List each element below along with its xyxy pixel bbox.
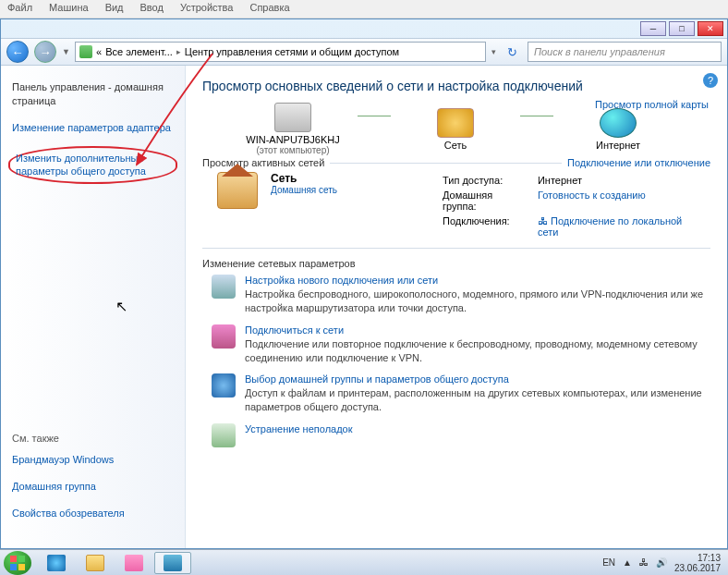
task-description: Подключение или повторное подключение к …: [245, 337, 710, 365]
node-network[interactable]: Сеть: [391, 108, 520, 151]
back-button[interactable]: ←: [6, 41, 29, 63]
vm-menu-item[interactable]: Ввод: [140, 2, 164, 16]
view-full-map-link[interactable]: Просмотр полной карты: [595, 99, 709, 110]
task-description: Доступ к файлам и принтерам, расположенн…: [245, 386, 710, 414]
task-homegroup-sharing[interactable]: Выбор домашней группы и параметров общег…: [212, 373, 710, 414]
vm-host-menu: Файл Машина Вид Ввод Устройства Справка: [0, 0, 728, 18]
minimize-button[interactable]: ─: [640, 21, 666, 36]
vm-menu-item[interactable]: Файл: [7, 2, 32, 16]
node-label: Интернет: [596, 140, 640, 151]
control-panel-window: ─ □ ✕ ← → ▼ « Все элемент... ▸ Центр упр…: [0, 18, 728, 549]
system-tray: EN ▲ 🖧 🔊 17:13 23.06.2017: [602, 553, 724, 573]
network-tasks: Изменение сетевых параметров Настройка н…: [202, 258, 710, 447]
vm-menu-item[interactable]: Справка: [249, 2, 289, 16]
new-connection-icon: [212, 275, 236, 299]
troubleshoot-icon: [212, 423, 236, 447]
chevron-right-icon: ▸: [176, 47, 181, 56]
task-troubleshoot[interactable]: Устранение неполадок: [212, 423, 710, 447]
task-link[interactable]: Подключиться к сети: [245, 324, 710, 336]
sidebar-advanced-sharing[interactable]: Изменить дополнительные параметры общего…: [16, 152, 170, 179]
node-this-pc[interactable]: WIN-ANPU7BJ6KHJ (этот компьютер): [228, 103, 358, 155]
computer-icon: [274, 103, 311, 132]
prop-key: Тип доступа:: [443, 174, 536, 187]
content-area: Панель управления - домашняя страница Из…: [1, 66, 727, 548]
task-link[interactable]: Устранение неполадок: [245, 423, 710, 434]
forward-button[interactable]: →: [34, 41, 56, 63]
breadcrumb-part[interactable]: Центр управления сетями и общим доступом: [185, 46, 399, 57]
connection-line: [358, 116, 391, 116]
active-network-block: Сеть Домашняя сеть Тип доступа: Интернет…: [217, 172, 710, 240]
taskbar-control-panel[interactable]: [154, 552, 191, 574]
node-internet[interactable]: Интернет: [553, 108, 683, 151]
sidebar-homegroup[interactable]: Домашняя группа: [12, 480, 174, 494]
task-description: Настройка беспроводного, широкополосного…: [245, 288, 710, 315]
sidebar-firewall[interactable]: Брандмауэр Windows: [12, 453, 174, 467]
node-label: Сеть: [444, 140, 467, 151]
lan-connection-link[interactable]: 🖧 Подключение по локальной сети: [538, 214, 709, 239]
section-label: Просмотр активных сетей: [202, 157, 324, 168]
taskbar: EN ▲ 🖧 🔊 17:13 23.06.2017: [0, 549, 728, 575]
vm-menu-item[interactable]: Устройства: [180, 2, 234, 16]
task-link[interactable]: Выбор домашней группы и параметров общег…: [245, 373, 710, 385]
start-button[interactable]: [4, 551, 31, 575]
breadcrumb-part[interactable]: Все элемент...: [105, 46, 173, 57]
taskbar-explorer[interactable]: [77, 552, 114, 574]
breadcrumb-dropdown[interactable]: ▾: [491, 47, 496, 56]
refresh-button[interactable]: ↻: [502, 42, 522, 62]
mouse-cursor: ↖: [115, 298, 127, 315]
main-panel: ? Просмотр основных сведений о сети и на…: [186, 66, 727, 548]
tray-flag-icon[interactable]: ▲: [623, 557, 632, 568]
network-name: Сеть: [271, 172, 297, 185]
tray-language[interactable]: EN: [602, 557, 615, 568]
breadcrumb-prefix: «: [96, 46, 102, 57]
network-type-link[interactable]: Домашняя сеть: [271, 185, 428, 195]
network-map: WIN-ANPU7BJ6KHJ (этот компьютер) Сеть Ин…: [228, 103, 710, 155]
section-label: Изменение сетевых параметров: [202, 258, 710, 269]
taskbar-ie[interactable]: [38, 552, 75, 574]
sidebar: Панель управления - домашняя страница Из…: [1, 66, 186, 548]
search-input[interactable]: Поиск в панели управления: [528, 42, 722, 62]
vm-menu-item[interactable]: Вид: [105, 2, 124, 16]
globe-icon: [600, 108, 637, 138]
tray-volume-icon[interactable]: 🔊: [656, 557, 667, 568]
connection-line: [520, 116, 553, 116]
node-label: WIN-ANPU7BJ6KHJ: [246, 134, 339, 145]
network-icon: [437, 108, 474, 138]
close-button[interactable]: ✕: [698, 21, 723, 36]
prop-key: Подключения:: [443, 214, 536, 239]
tray-network-icon[interactable]: 🖧: [639, 557, 649, 568]
taskbar-mediaplayer[interactable]: [115, 552, 152, 574]
maximize-button[interactable]: □: [669, 21, 695, 36]
homegroup-icon: [212, 373, 236, 398]
tray-clock[interactable]: 17:13 23.06.2017: [674, 553, 724, 573]
task-new-connection[interactable]: Настройка нового подключения или сети На…: [212, 275, 710, 315]
annotation-circle: Изменить дополнительные параметры общего…: [8, 146, 177, 185]
sidebar-adapter-settings[interactable]: Изменение параметров адаптера: [12, 121, 174, 135]
control-panel-icon: [79, 45, 92, 58]
window-titlebar: ─ □ ✕: [1, 19, 727, 38]
prop-value: Интернет: [538, 174, 709, 187]
breadcrumb[interactable]: « Все элемент... ▸ Центр управления сетя…: [75, 42, 486, 62]
home-network-icon: [217, 172, 258, 209]
prop-key: Домашняя группа:: [443, 189, 536, 213]
page-title: Просмотр основных сведений о сети и наст…: [202, 79, 710, 93]
address-bar: ← → ▼ « Все элемент... ▸ Центр управлени…: [1, 38, 727, 66]
vm-menu-item[interactable]: Машина: [49, 2, 89, 16]
see-also-header: См. также: [12, 433, 174, 444]
sidebar-home-link[interactable]: Панель управления - домашняя страница: [12, 80, 174, 108]
node-sublabel: (этот компьютер): [256, 145, 329, 155]
sidebar-internet-options[interactable]: Свойства обозревателя: [12, 507, 174, 520]
active-networks-header: Просмотр активных сетей Подключение или …: [202, 157, 710, 168]
homegroup-ready-link[interactable]: Готовность к созданию: [538, 189, 709, 213]
connect-disconnect-link[interactable]: Подключение или отключение: [567, 157, 710, 168]
nav-history-dropdown[interactable]: ▼: [62, 47, 69, 56]
help-icon[interactable]: ?: [703, 73, 718, 88]
task-link[interactable]: Настройка нового подключения или сети: [245, 275, 710, 286]
connect-icon: [212, 324, 236, 349]
task-connect-network[interactable]: Подключиться к сети Подключение или повт…: [212, 324, 710, 365]
